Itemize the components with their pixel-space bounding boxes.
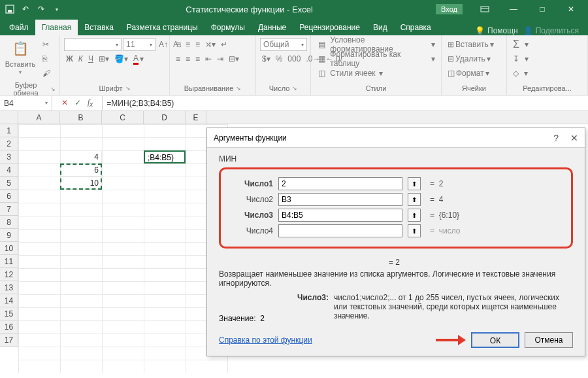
tab-home[interactable]: Главная: [35, 20, 78, 35]
percent-icon[interactable]: %: [274, 52, 285, 65]
row-header[interactable]: 6: [0, 190, 18, 203]
formula-input[interactable]: =МИН(2;B3;B4:B5): [102, 96, 588, 111]
row-header[interactable]: 11: [0, 255, 18, 268]
align-bottom-icon[interactable]: ≡: [193, 38, 202, 51]
tab-data[interactable]: Данные: [252, 20, 293, 35]
row-header[interactable]: 8: [0, 216, 18, 229]
row-header[interactable]: 10: [0, 242, 18, 255]
col-header[interactable]: E: [186, 111, 206, 124]
row-header[interactable]: 2: [0, 137, 18, 150]
paste-button[interactable]: 📋 Вставить ▾: [4, 38, 37, 75]
enter-formula-icon[interactable]: ✓: [74, 98, 81, 107]
number-dialog-icon[interactable]: ↘: [292, 85, 297, 92]
font-color-icon[interactable]: A▾: [131, 52, 146, 65]
share-button[interactable]: 👤Поделиться: [523, 26, 579, 35]
signin-button[interactable]: Вход: [436, 4, 463, 14]
arg4-ref-icon[interactable]: ⬆: [408, 224, 421, 237]
col-header[interactable]: B: [60, 111, 102, 124]
tab-layout[interactable]: Разметка страницы: [120, 20, 204, 35]
close-icon[interactable]: ✕: [558, 1, 584, 17]
arg1-input[interactable]: [278, 177, 402, 190]
row-header[interactable]: 17: [0, 334, 18, 347]
undo-icon[interactable]: ↶: [20, 3, 31, 15]
ok-button[interactable]: ОК: [471, 332, 519, 348]
format-as-table-button[interactable]: ▦ Форматировать как таблицу ▾: [316, 52, 437, 65]
col-header[interactable]: D: [144, 111, 186, 124]
row-header[interactable]: 16: [0, 320, 18, 334]
bold-button[interactable]: Ж: [64, 52, 75, 65]
tab-view[interactable]: Вид: [367, 20, 394, 35]
row-header[interactable]: 14: [0, 294, 18, 307]
cell-styles-button[interactable]: ◫ Стили ячеек ▾: [316, 67, 385, 80]
wrap-text-icon[interactable]: ↵: [219, 38, 229, 51]
align-dialog-icon[interactable]: ↘: [236, 85, 241, 92]
underline-button[interactable]: Ч: [86, 52, 95, 65]
indent-inc-icon[interactable]: ⇥: [215, 52, 225, 65]
tab-help[interactable]: Справка: [394, 20, 438, 35]
name-box[interactable]: B4▾: [0, 96, 52, 111]
ribbon-options-icon[interactable]: [472, 1, 498, 17]
align-center-icon[interactable]: ≡: [184, 52, 192, 65]
function-help-link[interactable]: Справка по этой функции: [219, 335, 312, 345]
cell-b4[interactable]: 6: [60, 163, 102, 177]
row-header[interactable]: 7: [0, 203, 18, 216]
arg2-ref-icon[interactable]: ⬆: [408, 193, 421, 206]
fx-icon[interactable]: fx: [88, 97, 93, 108]
cell-b3[interactable]: 4: [60, 150, 102, 163]
format-painter-icon[interactable]: 🖌: [41, 67, 52, 80]
currency-icon[interactable]: $▾: [260, 52, 272, 65]
redo-icon[interactable]: ↷: [35, 3, 47, 15]
dialog-close-icon[interactable]: ✕: [570, 133, 578, 143]
delete-cells-button[interactable]: ⊟ Удалить ▾: [446, 52, 493, 65]
fill-icon[interactable]: ↧: [511, 52, 521, 65]
merge-icon[interactable]: ⊟▾: [227, 52, 241, 65]
cancel-formula-icon[interactable]: ✕: [61, 98, 68, 107]
active-cell-d3[interactable]: ;B4:B5): [144, 150, 186, 163]
col-header[interactable]: A: [18, 111, 60, 124]
maximize-icon[interactable]: □: [529, 1, 555, 17]
autosum-icon[interactable]: Σ: [511, 38, 521, 51]
tell-me-button[interactable]: 💡Помощн: [475, 26, 518, 35]
row-header[interactable]: 4: [0, 163, 18, 177]
qat-dropdown-icon[interactable]: ▾: [51, 3, 63, 15]
cut-icon[interactable]: ✂: [41, 38, 52, 51]
clipboard-dialog-icon[interactable]: ↘: [50, 86, 56, 92]
minimize-icon[interactable]: —: [500, 1, 527, 17]
row-header[interactable]: 15: [0, 307, 18, 320]
font-name-select[interactable]: ▾: [64, 38, 122, 51]
orientation-icon[interactable]: ⤭▾: [203, 38, 218, 51]
tab-formulas[interactable]: Формулы: [204, 20, 252, 35]
row-header[interactable]: 3: [0, 150, 18, 163]
cell-b5[interactable]: 10: [60, 177, 102, 190]
arg3-ref-icon[interactable]: ⬆: [408, 209, 421, 222]
row-header[interactable]: 5: [0, 177, 18, 190]
borders-icon[interactable]: ⊞▾: [97, 52, 111, 65]
fill-color-icon[interactable]: 🪣▾: [112, 52, 130, 65]
tab-file[interactable]: Файл: [3, 20, 35, 35]
row-header[interactable]: 1: [0, 124, 18, 137]
clear-icon[interactable]: ◇: [511, 67, 521, 80]
align-left-icon[interactable]: ≡: [174, 52, 182, 65]
select-all-corner[interactable]: [0, 111, 18, 124]
font-dialog-icon[interactable]: ↘: [125, 85, 131, 92]
format-cells-button[interactable]: ◫ Формат ▾: [446, 67, 491, 80]
copy-icon[interactable]: ⎘: [41, 52, 52, 65]
arg1-ref-icon[interactable]: ⬆: [408, 177, 421, 190]
arg4-input[interactable]: [278, 224, 402, 237]
align-middle-icon[interactable]: ≡: [184, 38, 192, 51]
comma-icon[interactable]: 000: [286, 52, 302, 65]
arg3-input[interactable]: [278, 209, 402, 222]
cancel-button[interactable]: Отмена: [525, 332, 573, 348]
col-header[interactable]: C: [102, 111, 144, 124]
number-format-select[interactable]: Общий▾: [260, 38, 307, 51]
indent-dec-icon[interactable]: ⇤: [203, 52, 214, 65]
align-top-icon[interactable]: ≡: [174, 38, 182, 51]
dialog-help-icon[interactable]: ?: [553, 133, 559, 143]
align-right-icon[interactable]: ≡: [193, 52, 202, 65]
arg2-input[interactable]: [278, 193, 402, 206]
save-icon[interactable]: [4, 3, 16, 15]
tab-review[interactable]: Рецензирование: [293, 20, 367, 35]
font-size-select[interactable]: 11▾: [123, 38, 155, 51]
insert-cells-button[interactable]: ⊞ Вставить ▾: [446, 38, 496, 51]
grow-font-icon[interactable]: A↑: [157, 38, 170, 51]
